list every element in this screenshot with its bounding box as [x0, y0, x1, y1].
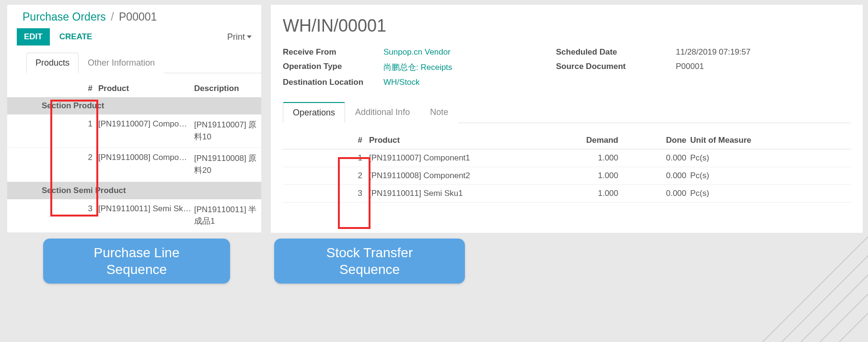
- transfer-info-grid: Receive From Sunpop.cn Vendor Scheduled …: [283, 47, 851, 87]
- svg-line-3: [801, 275, 868, 342]
- print-label: Print: [227, 32, 245, 42]
- callout-line2: Sequence: [106, 262, 167, 277]
- cell-product: [PN19110007] Compo…: [98, 119, 194, 129]
- decorative-diagonal-lines: [743, 217, 868, 342]
- cell-done: 0.000: [633, 153, 690, 163]
- cell-number: 2: [7, 153, 98, 162]
- callout-line2: Sequence: [339, 262, 400, 277]
- col-header-product: Product: [369, 136, 537, 145]
- col-header-uom: Unit of Measure: [690, 136, 851, 145]
- col-header-number: #: [7, 84, 98, 93]
- cell-number: 3: [283, 189, 369, 198]
- purchase-order-panel: Purchase Orders / P00001 EDIT CREATE Pri…: [7, 5, 261, 233]
- operations-table: # Product Demand Done Unit of Measure 1 …: [283, 132, 851, 203]
- cell-demand: 1.000: [537, 153, 633, 163]
- col-header-product: Product: [98, 84, 194, 93]
- cell-product: [PN19110008] Component2: [369, 171, 537, 181]
- label-receive-from: Receive From: [283, 47, 383, 57]
- cell-product: [PN19110008] Compo…: [98, 153, 194, 162]
- table-row[interactable]: 2 [PN19110008] Component2 1.000 0.000 Pc…: [283, 167, 851, 185]
- create-button[interactable]: CREATE: [53, 29, 99, 45]
- breadcrumb-separator: /: [111, 11, 114, 23]
- print-dropdown[interactable]: Print: [227, 32, 252, 42]
- cell-description: [PN19110008] 原料20: [194, 153, 261, 176]
- po-section-header: Section Product: [7, 97, 261, 114]
- cell-product: [PN19110011] Semi Sku1: [369, 189, 537, 198]
- ops-table-header: # Product Demand Done Unit of Measure: [283, 132, 851, 149]
- table-row[interactable]: 3 [PN19110011] Semi Sku1 1.000 0.000 Pc(…: [283, 185, 851, 203]
- label-source-document: Source Document: [556, 62, 676, 73]
- svg-line-1: [763, 237, 868, 342]
- tab-products[interactable]: Products: [26, 53, 79, 73]
- col-header-done: Done: [633, 136, 690, 145]
- svg-line-0: [743, 217, 868, 342]
- col-header-number: #: [283, 136, 369, 145]
- col-header-demand: Demand: [537, 136, 633, 145]
- table-row[interactable]: 1 [PN19110007] Component1 1.000 0.000 Pc…: [283, 149, 851, 167]
- cell-demand: 1.000: [537, 171, 633, 181]
- cell-description: [PN19110007] 原料10: [194, 119, 261, 143]
- po-section-title: Section Semi Product: [7, 186, 261, 195]
- svg-line-4: [820, 294, 868, 342]
- svg-line-2: [782, 256, 868, 342]
- transfer-tabs: Operations Additional Info Note: [283, 102, 851, 123]
- table-row[interactable]: 1 [PN19110007] Compo… [PN19110007] 原料10: [7, 114, 261, 148]
- label-scheduled-date: Scheduled Date: [556, 47, 676, 57]
- po-table-header: # Product Description: [7, 82, 261, 97]
- value-source-document: P00001: [676, 62, 851, 73]
- breadcrumb-root[interactable]: Purchase Orders: [23, 11, 106, 23]
- table-row[interactable]: 2 [PN19110008] Compo… [PN19110008] 原料20: [7, 148, 261, 182]
- transfer-title: WH/IN/00001: [283, 16, 851, 36]
- value-receive-from[interactable]: Sunpop.cn Vendor: [383, 47, 556, 57]
- cell-number: 2: [283, 171, 369, 181]
- tab-operations[interactable]: Operations: [283, 102, 345, 123]
- stock-transfer-panel: WH/IN/00001 Receive From Sunpop.cn Vendo…: [271, 5, 863, 233]
- label-destination-location: Destination Location: [283, 78, 383, 87]
- caret-down-icon: [247, 35, 252, 38]
- cell-product: [PN19110011] Semi Sk…: [98, 204, 194, 214]
- po-lines-table: # Product Description Section Product 1 …: [7, 82, 261, 233]
- edit-button[interactable]: EDIT: [17, 28, 50, 46]
- cell-done: 0.000: [633, 171, 690, 181]
- table-row[interactable]: 3 [PN19110011] Semi Sk… [PN19110011] 半成品…: [7, 199, 261, 233]
- cell-demand: 1.000: [537, 189, 633, 198]
- value-destination-location[interactable]: WH/Stock: [383, 78, 556, 87]
- cell-description: [PN19110011] 半成品1: [194, 204, 261, 228]
- po-section-header: Section Semi Product: [7, 182, 261, 199]
- cell-number: 3: [7, 204, 98, 214]
- cell-uom: Pc(s): [690, 189, 851, 198]
- breadcrumb-current: P00001: [119, 11, 157, 23]
- callout-line1: Stock Transfer: [326, 245, 413, 260]
- cell-uom: Pc(s): [690, 153, 851, 163]
- cell-done: 0.000: [633, 189, 690, 198]
- callout-stock-transfer-sequence: Stock Transfer Sequence: [274, 239, 465, 284]
- tab-additional-info[interactable]: Additional Info: [345, 102, 420, 123]
- tab-other-information[interactable]: Other Information: [79, 53, 164, 73]
- value-operation-type[interactable]: 尚鹏总仓: Receipts: [383, 62, 556, 73]
- breadcrumb: Purchase Orders / P00001: [7, 5, 261, 25]
- tab-note[interactable]: Note: [420, 102, 458, 123]
- po-tabs: Products Other Information: [26, 52, 261, 73]
- callout-purchase-line-sequence: Purchase Line Sequence: [43, 239, 230, 284]
- action-row: EDIT CREATE Print: [7, 25, 261, 52]
- po-section-title: Section Product: [7, 101, 261, 111]
- cell-uom: Pc(s): [690, 171, 851, 181]
- cell-number: 1: [283, 153, 369, 163]
- value-scheduled-date: 11/28/2019 07:19:57: [676, 47, 851, 57]
- callout-line1: Purchase Line: [93, 245, 179, 260]
- col-header-description: Description: [194, 84, 261, 93]
- cell-number: 1: [7, 119, 98, 129]
- label-operation-type: Operation Type: [283, 62, 383, 73]
- cell-product: [PN19110007] Component1: [369, 153, 537, 163]
